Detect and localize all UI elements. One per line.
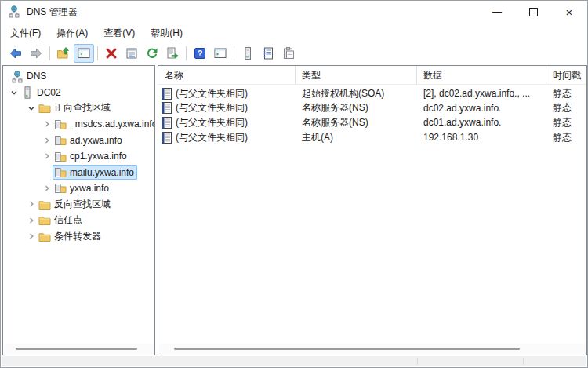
server-icon[interactable] bbox=[238, 44, 258, 63]
zone-icon bbox=[54, 151, 67, 162]
refresh-icon[interactable] bbox=[142, 44, 162, 63]
scrollbar-thumb[interactable] bbox=[174, 348, 520, 350]
maximize-button[interactable] bbox=[515, 1, 551, 23]
column-header-3[interactable]: 时间戳 bbox=[546, 66, 586, 84]
folder-icon bbox=[38, 231, 51, 242]
column-header-1[interactable]: 类型 bbox=[296, 66, 417, 84]
chevron-down-icon[interactable] bbox=[8, 89, 20, 97]
chevron-right-icon[interactable] bbox=[25, 217, 37, 224]
menu-bar: 文件(F)操作(A)查看(V)帮助(H) bbox=[1, 23, 587, 43]
scrollbar-thumb[interactable] bbox=[16, 348, 137, 350]
tree-item-[interactable]: 正向查找区域 bbox=[3, 100, 154, 116]
toolbar-separator bbox=[234, 46, 234, 60]
record-data: 192.168.1.30 bbox=[417, 132, 546, 143]
list-header: 名称类型数据时间戳 bbox=[158, 66, 586, 85]
record-name: (与父文件夹相同) bbox=[176, 101, 248, 115]
tree-item-label: DC02 bbox=[37, 87, 61, 98]
folder-icon bbox=[38, 102, 51, 114]
tree-item-label: yxwa.info bbox=[70, 183, 109, 194]
title-bar: DNS 管理器 — × bbox=[1, 1, 587, 23]
tree-item-label: 条件转发器 bbox=[54, 230, 101, 243]
menu-item-3[interactable]: 帮助(H) bbox=[143, 24, 190, 42]
maximize-icon bbox=[529, 8, 538, 16]
record-list-icon[interactable] bbox=[258, 44, 278, 63]
new-window-icon[interactable] bbox=[210, 44, 230, 63]
record-data: dc02.ad.yxwa.info. bbox=[417, 103, 546, 114]
tree-item-mailu-yxwa-info[interactable]: mailu.yxwa.info bbox=[3, 164, 154, 180]
status-bar-separator bbox=[523, 358, 524, 365]
zone-icon bbox=[54, 118, 67, 130]
dns-manager-window: DNS 管理器 — × 文件(F)操作(A)查看(V)帮助(H) bbox=[0, 0, 588, 368]
tree-item-[interactable]: 反向查找区域 bbox=[3, 196, 154, 212]
record-row[interactable]: (与父文件夹相同)名称服务器(NS)dc02.ad.yxwa.info.静态 bbox=[158, 101, 586, 116]
close-button[interactable]: × bbox=[551, 1, 587, 23]
help-icon[interactable]: ? bbox=[190, 44, 210, 63]
dns-icon bbox=[11, 71, 24, 82]
tree-item-label: ad.yxwa.info bbox=[70, 135, 122, 146]
record-data: dc01.ad.yxwa.info. bbox=[417, 117, 546, 128]
delete-icon[interactable] bbox=[101, 44, 122, 63]
menu-item-0[interactable]: 文件(F) bbox=[3, 24, 48, 42]
tree-item-msdcs-ad-yxwa-info[interactable]: _msdcs.ad.yxwa.info bbox=[3, 116, 154, 132]
svg-text:?: ? bbox=[198, 49, 203, 58]
record-icon bbox=[162, 132, 172, 144]
column-header-0[interactable]: 名称 bbox=[158, 66, 296, 84]
tree-item-dns[interactable]: DNS bbox=[3, 68, 154, 84]
record-row[interactable]: (与父文件夹相同)主机(A)192.168.1.30静态 bbox=[158, 130, 586, 145]
toolbar-separator bbox=[97, 46, 98, 60]
export-list-icon[interactable] bbox=[162, 44, 183, 63]
back-icon[interactable] bbox=[5, 44, 26, 63]
chevron-right-icon[interactable] bbox=[41, 120, 53, 128]
tree-item-label: mailu.yxwa.info bbox=[70, 167, 134, 178]
toolbar-separator bbox=[186, 46, 187, 60]
tree-item-dc02[interactable]: DC02 bbox=[3, 84, 154, 100]
record-type: 名称服务器(NS) bbox=[296, 116, 417, 129]
chevron-right-icon[interactable] bbox=[41, 137, 53, 144]
tree-item-label: 反向查找区域 bbox=[54, 198, 111, 211]
record-list-pane: 名称类型数据时间戳 (与父文件夹相同)起始授权机构(SOA)[2], dc02.… bbox=[158, 65, 587, 355]
folder-icon bbox=[38, 199, 51, 210]
status-bar bbox=[2, 356, 586, 366]
tree-item-yxwa-info[interactable]: yxwa.info bbox=[3, 180, 154, 196]
record-list: (与父文件夹相同)起始授权机构(SOA)[2], dc02.ad.yxwa.in… bbox=[158, 86, 586, 144]
chevron-right-icon[interactable] bbox=[25, 232, 37, 240]
toolbar-separator bbox=[49, 46, 50, 60]
tree-item-cp1-yxwa-info[interactable]: cp1.yxwa.info bbox=[3, 148, 154, 164]
record-icon bbox=[162, 117, 172, 129]
paste-icon[interactable] bbox=[278, 44, 299, 63]
record-timestamp: 静态 bbox=[546, 87, 586, 100]
record-row[interactable]: (与父文件夹相同)名称服务器(NS)dc01.ad.yxwa.info.静态 bbox=[158, 115, 586, 130]
console-tree-pane: DNSDC02正向查找区域_msdcs.ad.yxwa.infoad.yxwa.… bbox=[2, 65, 155, 355]
tree-item-ad-yxwa-info[interactable]: ad.yxwa.info bbox=[3, 133, 154, 148]
chevron-right-icon[interactable] bbox=[41, 152, 53, 160]
chevron-right-icon[interactable] bbox=[41, 184, 53, 192]
tree-item-[interactable]: 条件转发器 bbox=[3, 228, 154, 244]
folder-icon bbox=[38, 214, 51, 226]
tree-item-label: cp1.yxwa.info bbox=[70, 151, 127, 162]
show-console-tree-icon[interactable] bbox=[74, 44, 94, 63]
up-one-level-icon[interactable] bbox=[53, 44, 74, 63]
server-icon bbox=[21, 86, 34, 98]
menu-item-2[interactable]: 查看(V) bbox=[96, 24, 142, 42]
record-row[interactable]: (与父文件夹相同)起始授权机构(SOA)[2], dc02.ad.yxwa.in… bbox=[158, 86, 586, 101]
tree-horizontal-scrollbar[interactable] bbox=[4, 344, 154, 354]
record-timestamp: 静态 bbox=[546, 101, 586, 115]
forward-icon[interactable] bbox=[26, 44, 46, 63]
tree-item-label: DNS bbox=[27, 71, 46, 82]
record-icon bbox=[162, 102, 172, 114]
tree-item-label: 正向查找区域 bbox=[54, 101, 111, 115]
minimize-button[interactable]: — bbox=[479, 1, 515, 23]
chevron-down-icon[interactable] bbox=[25, 104, 37, 112]
console-tree: DNSDC02正向查找区域_msdcs.ad.yxwa.infoad.yxwa.… bbox=[3, 68, 154, 342]
record-icon bbox=[162, 88, 172, 100]
column-header-2[interactable]: 数据 bbox=[417, 66, 546, 84]
list-horizontal-scrollbar[interactable] bbox=[159, 344, 586, 354]
record-timestamp: 静态 bbox=[546, 116, 586, 129]
zone-icon bbox=[54, 182, 67, 194]
chevron-right-icon[interactable] bbox=[25, 200, 37, 208]
properties-icon[interactable] bbox=[122, 44, 142, 63]
tree-item-[interactable]: 信任点 bbox=[3, 213, 154, 228]
record-timestamp: 静态 bbox=[546, 131, 586, 144]
dns-app-icon bbox=[8, 5, 20, 18]
menu-item-1[interactable]: 操作(A) bbox=[49, 24, 95, 42]
